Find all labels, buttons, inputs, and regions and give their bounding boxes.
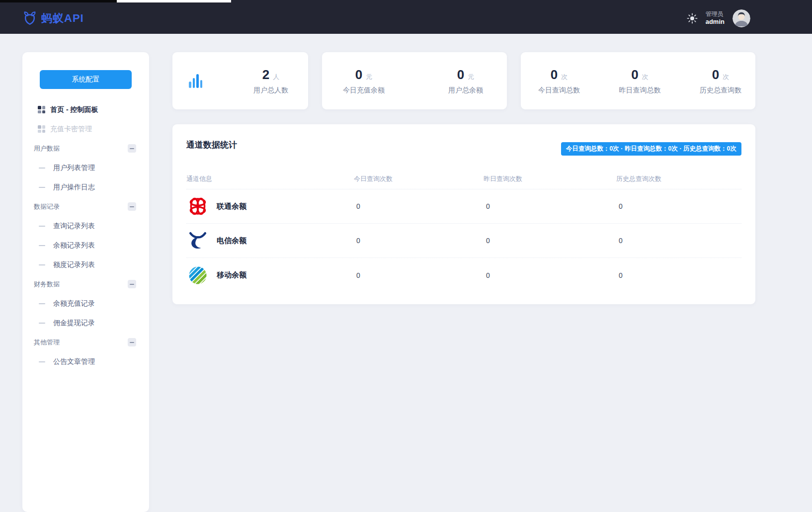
collapse-minus-icon[interactable] [128, 144, 136, 153]
china-telecom-logo-icon [186, 230, 209, 251]
collapse-minus-icon[interactable] [128, 280, 136, 288]
stat-history-queries: 0次 历史总查询数 [700, 67, 741, 95]
channel-table: 通道信息 今日查询次数 昨日查询次数 历史总查询次数 [186, 169, 741, 292]
china-mobile-logo-icon [186, 265, 209, 286]
stat-cards-row: 2人 用户总人数 0元 今日充值余额 0元 用户总余额 [172, 52, 755, 109]
sidebar-item-query-records[interactable]: 查询记录列表 [22, 216, 149, 236]
sidebar-item-announcements[interactable]: 公告文章管理 [22, 352, 149, 371]
sidebar-item-recharge-records[interactable]: 余额充值记录 [22, 294, 149, 313]
channel-stats-panel: 通道数据统计 今日查询总数：0次 · 昨日查询总数：0次 · 历史总查询数：0次… [172, 124, 755, 304]
sidebar-section-user-data: 用户数据 [22, 139, 149, 158]
sidebar-section-other: 其他管理 [22, 333, 149, 352]
sidebar-item-user-logs[interactable]: 用户操作日志 [22, 177, 149, 197]
sidebar-item-balance-records[interactable]: 余额记录列表 [22, 236, 149, 255]
bar-chart-icon [189, 74, 202, 88]
stat-card-queries: 0次 今日查询总数 0次 昨日查询总数 0次 历史总查询数 [521, 52, 755, 109]
header-right: 管理员 admin [687, 9, 750, 27]
sidebar-menu: 首页 - 控制面板 充值卡密管理 用户数据 用户列表管理 用户操作日志 数据记录 [22, 100, 149, 371]
admin-name: admin [706, 18, 725, 26]
app-header: 蚂蚁API 管理员 admin [0, 2, 812, 34]
theme-toggle-sun-icon[interactable] [687, 13, 698, 24]
table-header-row: 通道信息 今日查询次数 昨日查询次数 历史总查询次数 [186, 169, 741, 189]
stat-total-users: 2人 用户总人数 [253, 67, 288, 95]
stat-card-balances: 0元 今日充值余额 0元 用户总余额 [322, 52, 507, 109]
avatar[interactable] [732, 9, 750, 27]
browser-top-strip [0, 0, 812, 2]
china-unicom-logo-icon [186, 196, 209, 217]
sidebar-section-data-records: 数据记录 [22, 197, 149, 216]
stat-today-queries: 0次 今日查询总数 [538, 67, 580, 95]
section-title: 其他管理 [34, 338, 60, 347]
query-summary-badge: 今日查询总数：0次 · 昨日查询总数：0次 · 历史总查询数：0次 [561, 142, 741, 156]
system-config-button[interactable]: 系统配置 [40, 70, 132, 89]
dash-icon [39, 226, 45, 227]
section-title: 数据记录 [34, 202, 60, 211]
dash-icon [39, 187, 45, 188]
dash-icon [39, 361, 45, 362]
sidebar-item-withdraw-records[interactable]: 佣金提现记录 [22, 313, 149, 333]
avatar-image [732, 9, 750, 27]
sidebar-item-label: 首页 - 控制面板 [50, 105, 98, 114]
sidebar-item-label: 充值卡密管理 [50, 125, 92, 134]
ant-logo-icon [22, 11, 37, 26]
admin-role: 管理员 [706, 10, 725, 18]
sidebar-item-card-management[interactable]: 充值卡密管理 [22, 119, 149, 139]
sidebar-item-quota-records[interactable]: 额度记录列表 [22, 255, 149, 274]
table-row-unicom: 联通余额 0 0 0 [186, 189, 741, 224]
stat-today-recharge: 0元 今日充值余额 [343, 67, 385, 95]
sidebar: 系统配置 首页 - 控制面板 充值卡密管理 用户数据 用户列表管理 用户操作日志 [22, 52, 149, 512]
stat-total-balance: 0元 用户总余额 [448, 67, 483, 95]
dash-icon [39, 303, 45, 304]
table-row-telecom: 电信余额 0 0 0 [186, 224, 741, 258]
table-row-mobile: 移动余额 0 0 0 [186, 258, 741, 292]
collapse-minus-icon[interactable] [128, 202, 136, 211]
page-content: 系统配置 首页 - 控制面板 充值卡密管理 用户数据 用户列表管理 用户操作日志 [0, 34, 812, 512]
app-logo[interactable]: 蚂蚁API [22, 11, 84, 26]
sidebar-item-user-list[interactable]: 用户列表管理 [22, 158, 149, 177]
collapse-minus-icon[interactable] [128, 338, 136, 346]
sidebar-item-dashboard[interactable]: 首页 - 控制面板 [22, 100, 149, 119]
dash-icon [39, 168, 45, 169]
top-strip-highlight [117, 0, 231, 2]
logo-text: 蚂蚁API [41, 11, 84, 26]
stat-card-users: 2人 用户总人数 [172, 52, 308, 109]
panel-title: 通道数据统计 [186, 138, 237, 151]
admin-info[interactable]: 管理员 admin [706, 10, 725, 26]
dash-icon [39, 245, 45, 246]
sidebar-section-finance: 财务数据 [22, 274, 149, 294]
dash-icon [39, 264, 45, 265]
section-title: 财务数据 [34, 280, 60, 289]
top-strip-rest [231, 0, 812, 2]
card-grid-icon [38, 125, 45, 133]
main-column: 2人 用户总人数 0元 今日充值余额 0元 用户总余额 [172, 52, 755, 304]
dashboard-grid-icon [38, 106, 45, 113]
dash-icon [39, 323, 45, 324]
stat-yesterday-queries: 0次 昨日查询总数 [619, 67, 661, 95]
section-title: 用户数据 [34, 144, 60, 153]
